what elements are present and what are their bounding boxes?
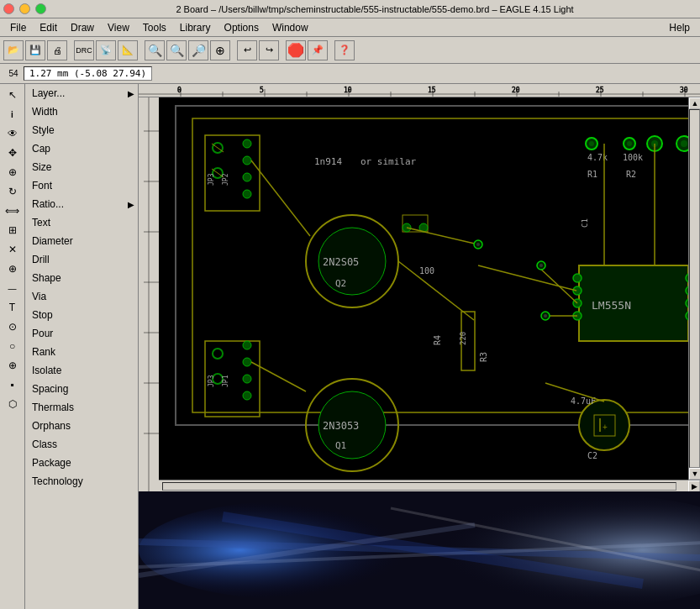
svg-text:2N2S05: 2N2S05 (323, 256, 359, 268)
svg-text:30: 30 (680, 87, 688, 94)
svg-text:5: 5 (260, 87, 264, 94)
ctx-orphans[interactable]: Orphans (25, 417, 138, 435)
polygon-tool[interactable]: ⬡ (3, 395, 22, 413)
scroll-right-button[interactable]: ▶ (688, 480, 700, 492)
ctx-ratio[interactable]: Ratio... ▶ (25, 195, 138, 213)
ctx-diameter[interactable]: Diameter (25, 232, 138, 250)
scroll-track-horizontal[interactable] (162, 482, 676, 491)
redo-button[interactable]: ↪ (259, 40, 279, 60)
svg-text:or similar: or similar (361, 156, 417, 167)
via-tool[interactable]: ⊙ (3, 318, 22, 336)
ctx-via[interactable]: Via (25, 287, 138, 306)
ctx-style[interactable]: Style (25, 121, 138, 139)
ctx-layer[interactable]: Layer... ▶ (25, 84, 138, 102)
menu-library[interactable]: Library (173, 20, 218, 35)
ctx-package[interactable]: Package (25, 454, 138, 472)
pad-tool[interactable]: ⊕ (3, 356, 22, 375)
ctx-rank[interactable]: Rank (25, 343, 138, 361)
menu-view[interactable]: View (101, 20, 136, 35)
text-tool[interactable]: T (3, 298, 22, 317)
svg-text:JP3: JP3 (208, 375, 215, 387)
svg-text:100k: 100k (623, 153, 643, 162)
svg-text:220: 220 (459, 332, 467, 345)
ctx-size[interactable]: Size (25, 158, 138, 176)
ctx-cap[interactable]: Cap (25, 139, 138, 158)
zoom-out-button[interactable]: 🔍 (145, 40, 165, 60)
script-button[interactable]: 📡 (96, 40, 116, 60)
ctx-shape[interactable]: Shape (25, 269, 138, 287)
menu-tools[interactable]: Tools (136, 20, 173, 35)
ruler-vertical (139, 97, 159, 480)
pcb-canvas[interactable]: 2N2S05 Q2 1n914 or similar 2N3053 Q1 (159, 97, 688, 480)
ctx-thermals[interactable]: Thermals (25, 398, 138, 417)
copy-tool[interactable]: ⊕ (3, 163, 22, 181)
delete-tool[interactable]: ✕ (3, 240, 22, 259)
zoom-area-button[interactable]: ⊕ (210, 40, 230, 60)
look-tool[interactable]: 👁 (3, 124, 22, 143)
menu-edit[interactable]: Edit (33, 20, 64, 35)
drc-button[interactable]: DRC (74, 40, 94, 60)
move-tool[interactable]: ✥ (3, 144, 22, 162)
svg-text:Q2: Q2 (335, 278, 346, 289)
svg-text:Q1: Q1 (335, 440, 346, 451)
svg-text:R4: R4 (433, 335, 442, 345)
menu-help[interactable]: Help (662, 20, 697, 35)
help-button[interactable]: ❓ (334, 40, 355, 60)
svg-point-75 (686, 274, 688, 282)
ctx-width[interactable]: Width (25, 102, 138, 121)
bottom-photo-section (139, 491, 700, 609)
maximize-button[interactable] (35, 3, 46, 14)
menu-window[interactable]: Window (266, 20, 315, 35)
title-bar: 2 Board – /Users/billw/tmp/scheminstruct… (0, 0, 700, 18)
scroll-down-button[interactable]: ▼ (689, 468, 700, 480)
hole-tool[interactable]: ○ (3, 337, 22, 355)
main-layout: ↖ i 👁 ✥ ⊕ ↻ ⟺ ⊞ ✕ ⊕ — T ⊙ ○ ⊕ ▪ ⬡ Layer.… (0, 84, 700, 609)
group-tool[interactable]: ⊞ (3, 221, 22, 239)
svg-point-122 (476, 243, 480, 246)
photo-background (139, 491, 700, 609)
zoom-fit-button[interactable]: 🔎 (188, 40, 208, 60)
cam-button[interactable]: 📐 (118, 40, 138, 60)
smd-tool[interactable]: ▪ (3, 375, 22, 394)
undo-button[interactable]: ↩ (237, 40, 257, 60)
ctx-stop[interactable]: Stop (25, 306, 138, 324)
horizontal-scrollbar[interactable]: ◀ ▶ (139, 480, 700, 491)
svg-point-57 (243, 375, 251, 383)
svg-point-91 (681, 140, 687, 147)
ctx-pour[interactable]: Pour (25, 324, 138, 343)
svg-text:R1: R1 (587, 170, 597, 179)
menu-options[interactable]: Options (218, 20, 266, 35)
stop-button[interactable]: 🛑 (286, 40, 306, 60)
menu-file[interactable]: File (3, 20, 33, 35)
ctx-drill[interactable]: Drill (25, 250, 138, 269)
add-tool[interactable]: ⊕ (3, 260, 22, 278)
marker-button[interactable]: 📌 (308, 40, 328, 60)
save-button[interactable]: 💾 (25, 40, 45, 60)
ctx-font[interactable]: Font (25, 176, 138, 195)
info-tool[interactable]: i (3, 105, 22, 123)
ctx-technology[interactable]: Technology (25, 472, 138, 491)
scroll-track-vertical[interactable] (689, 109, 700, 468)
canvas-row: 2N2S05 Q2 1n914 or similar 2N3053 Q1 (139, 97, 700, 480)
ctx-spacing[interactable]: Spacing (25, 380, 138, 398)
svg-text:R3: R3 (479, 352, 488, 362)
submenu-arrow-ratio: ▶ (128, 200, 134, 209)
menu-draw[interactable]: Draw (64, 20, 101, 35)
svg-text:2N3053: 2N3053 (323, 420, 359, 432)
canvas-container: 0 5 10 15 20 25 30 (139, 84, 700, 609)
ctx-text[interactable]: Text (25, 213, 138, 232)
close-button[interactable] (3, 3, 14, 14)
zoom-in-button[interactable]: 🔍 (166, 40, 187, 60)
rotate-tool[interactable]: ↻ (3, 182, 22, 201)
wire-tool[interactable]: — (3, 279, 22, 297)
minimize-button[interactable] (19, 3, 30, 14)
submenu-arrow: ▶ (128, 89, 134, 98)
scroll-up-button[interactable]: ▲ (689, 97, 700, 109)
open-file-button[interactable]: 📂 (3, 40, 24, 60)
select-tool[interactable]: ↖ (3, 86, 22, 104)
ctx-class[interactable]: Class (25, 435, 138, 454)
print-button[interactable]: 🖨 (47, 40, 67, 60)
vertical-scrollbar[interactable]: ▲ ▼ (688, 97, 700, 480)
ctx-isolate[interactable]: Isolate (25, 361, 138, 380)
mirror-tool[interactable]: ⟺ (3, 202, 22, 220)
